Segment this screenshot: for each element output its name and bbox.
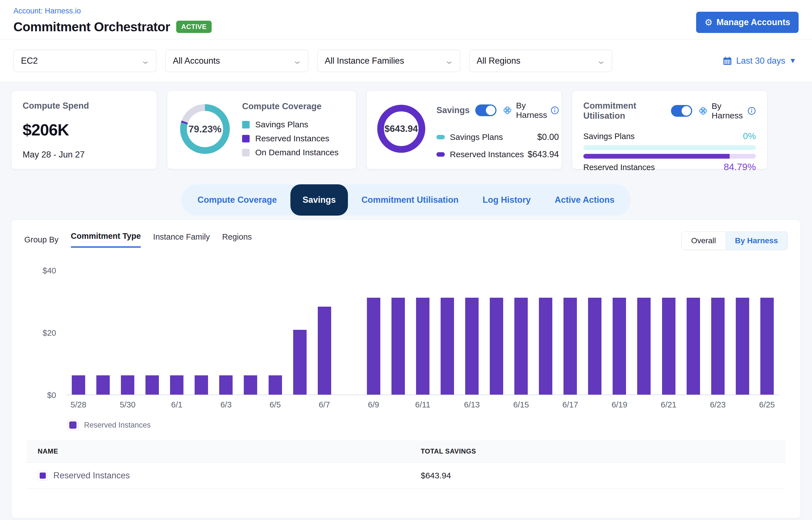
bar-6/11[interactable] [416,298,429,395]
reserved-instances-progress-bar [583,154,756,159]
bar-6/5[interactable] [269,375,282,395]
x-tick: 6/5 [263,400,288,409]
savings-title: Savings [437,105,470,115]
instance-families-select-value: All Instance Families [325,56,404,66]
group-by-control: Group By Commitment Type Instance Family… [24,232,252,248]
x-tick [730,400,755,409]
legend-label: On Demand Instances [255,148,339,157]
bar-6/20[interactable] [637,298,651,395]
tab-log-history[interactable]: Log History [472,184,541,215]
x-tick [288,400,312,409]
service-select[interactable]: EC2 ⌄ [14,50,156,72]
chevron-down-icon: ⌄ [444,56,454,66]
util-savings-plans-value: 0% [743,131,756,141]
x-tick [189,400,214,409]
top-bar: Account: Harness.io Commitment Orchestra… [0,0,812,40]
bar-6/25[interactable] [760,298,774,395]
bar-6/7[interactable] [318,307,331,395]
bar-6/19[interactable] [613,298,626,395]
tab-compute-coverage[interactable]: Compute Coverage [187,184,287,215]
compute-spend-title: Compute Spend [23,101,146,111]
bar-6/4[interactable] [244,375,257,395]
bar-6/12[interactable] [441,298,454,395]
bar-6/16[interactable] [539,298,552,395]
accounts-select-value: All Accounts [173,56,220,66]
x-tick: 6/3 [214,400,238,409]
commitment-utilisation-card: Commitment Utilisation By Harness [572,90,767,169]
util-reserved-instances-value: 84.79% [724,161,756,172]
bar-6/23[interactable] [711,298,725,395]
group-by-instance-family[interactable]: Instance Family [153,232,210,247]
compute-spend-card: Compute Spend $206K May 28 - Jun 27 [11,90,157,169]
section-tabs: Compute Coverage Savings Commitment Util… [181,184,630,215]
tab-active-actions[interactable]: Active Actions [544,184,625,215]
x-tick: 6/17 [558,400,582,409]
bar-5/31[interactable] [146,375,159,395]
group-by-regions[interactable]: Regions [222,232,252,247]
x-tick: 6/15 [509,400,533,409]
savings-total: $643.94 [385,124,418,134]
tab-savings[interactable]: Savings [290,184,348,215]
y-tick-40: $40 [43,266,56,275]
bar-5/29[interactable] [96,375,110,395]
on-demand-swatch [242,149,250,156]
x-tick: 6/25 [755,400,779,409]
regions-select[interactable]: All Regions ⌄ [469,50,612,72]
bar-6/10[interactable] [391,298,405,395]
bar-5/30[interactable] [121,375,134,395]
accounts-select[interactable]: All Accounts ⌄ [165,50,308,72]
calendar-icon [723,56,732,66]
segment-by-harness[interactable]: By Harness [726,232,787,250]
info-icon[interactable] [748,107,756,115]
page-title: Commitment Orchestrator [14,19,170,34]
utilisation-by-harness-toggle[interactable] [671,105,692,117]
instance-families-select[interactable]: All Instance Families ⌄ [317,50,460,72]
manage-accounts-button[interactable]: ⚙ Manage Accounts [696,12,798,33]
compute-spend-period: May 28 - Jun 27 [23,150,146,160]
legend-label: Savings Plans [255,120,308,129]
bar-6/2[interactable] [194,375,208,395]
bar-6/9[interactable] [367,298,380,395]
info-icon[interactable] [551,106,559,114]
bar-6/13[interactable] [465,298,479,395]
legend-item-reserved-instances: Reserved Instances [242,134,339,143]
col-total-savings: TOTAL SAVINGS [421,447,774,455]
date-range-picker[interactable]: Last 30 days ▼ [723,56,798,66]
segment-overall[interactable]: Overall [682,232,726,250]
compute-coverage-title: Compute Coverage [242,101,339,111]
savings-by-harness-toggle[interactable] [475,104,496,116]
reserved-instances-legend-checkbox[interactable] [67,419,78,431]
legend-label: Reserved Instances [255,134,329,143]
x-tick: 6/23 [706,400,730,409]
x-tick: 6/11 [411,400,435,409]
savings-bar-chart: $40 $20 $0 5/285/306/16/36/56/76/96/116/… [24,270,788,409]
bar-6/22[interactable] [687,298,700,395]
chevron-down-icon: ⌄ [596,56,606,66]
savings-row-value: $643.94 [528,149,559,159]
savings-row-reserved-instances: Reserved Instances $643.94 [437,149,559,159]
account-breadcrumb-link[interactable]: Account: Harness.io [14,7,212,15]
bar-6/6[interactable] [293,330,307,395]
chart-legend-label: Reserved Instances [84,421,151,430]
bar-6/24[interactable] [736,298,749,395]
y-axis: $40 $20 $0 [24,270,66,395]
x-tick [435,400,460,409]
bar-6/15[interactable] [514,298,528,395]
bar-6/1[interactable] [170,375,183,395]
bar-6/21[interactable] [662,298,676,395]
tab-commitment-utilisation[interactable]: Commitment Utilisation [351,184,469,215]
overall-byharness-segmented: Overall By Harness [681,232,788,250]
regions-select-value: All Regions [477,56,521,66]
x-tick [91,400,115,409]
reserved-instances-pill [437,152,445,157]
harness-logo-icon [502,105,513,115]
bar-6/3[interactable] [219,375,233,395]
group-by-commitment-type[interactable]: Commitment Type [71,232,141,248]
x-tick [681,400,706,409]
chart-legend: Reserved Instances [67,419,788,431]
bar-5/28[interactable] [72,375,85,395]
bar-6/18[interactable] [588,298,601,395]
bar-6/14[interactable] [490,298,503,395]
x-tick: 6/13 [460,400,484,409]
bar-6/17[interactable] [564,298,577,395]
